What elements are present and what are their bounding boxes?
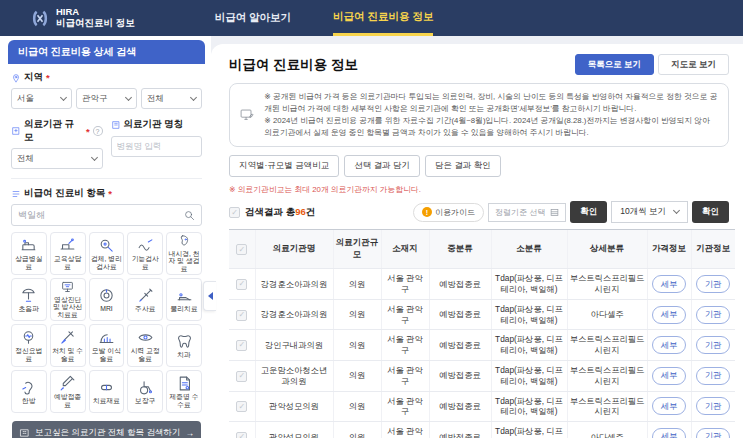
- treatment-material-icon: [98, 379, 115, 396]
- category-label: 시력 교정술료: [129, 347, 161, 363]
- org-info-button[interactable]: 기관: [696, 367, 730, 385]
- cell-price-info: 세부: [647, 269, 691, 300]
- row-checkbox[interactable]: [236, 279, 247, 290]
- item-section-label-row: 비급여 진료비 항목 *: [11, 187, 202, 200]
- cell-detail-category: 부스트릭스프리필드시린지: [567, 330, 647, 361]
- map-view-button[interactable]: 지도로 보기: [658, 54, 729, 75]
- hair-transplant-icon: [98, 329, 115, 346]
- category-item[interactable]: 교육상담료: [50, 232, 86, 275]
- injection-icon: [137, 287, 154, 304]
- category-item[interactable]: 모발 이식술료: [89, 324, 125, 367]
- col-org-size: 의료기관규모: [333, 230, 381, 269]
- results-bar: 검색결과 총96건 ! 이용가이드 정렬기준 선택 확인 1: [229, 201, 729, 223]
- nav-item-nonpayment-cost-info[interactable]: 비급여 진료비용 정보: [333, 0, 433, 36]
- category-item[interactable]: 내시경, 천자 및 생검료: [166, 232, 202, 275]
- region-label: 지역: [24, 71, 43, 84]
- row-checkbox[interactable]: [236, 432, 247, 438]
- cell-detail-category: 부스트릭스프리필드시린지: [567, 391, 647, 422]
- hospital-icon: [19, 427, 30, 438]
- physio-icon: [176, 287, 193, 304]
- row-checkbox[interactable]: [236, 401, 247, 412]
- cell-location: 서울 관악구: [381, 422, 429, 438]
- org-info-button[interactable]: 기관: [696, 275, 730, 293]
- region-gungu-select[interactable]: 관악구: [76, 88, 137, 109]
- category-item[interactable]: MRI: [89, 278, 125, 321]
- category-label: 정신요법료: [13, 347, 45, 363]
- org-info-button[interactable]: 기관: [696, 428, 730, 438]
- category-label: 초음파: [19, 305, 39, 313]
- page-size-confirm-button[interactable]: 확인: [692, 201, 729, 223]
- view-saved-results-button[interactable]: 담은 결과 확인: [425, 155, 501, 177]
- region-sido-select[interactable]: 서울: [11, 88, 72, 109]
- table-row: 강경훈소아과의원의원서울 관악구예방접종료Tdap(파상풍, 디프테리아, 백일…: [229, 269, 735, 300]
- org-size-select[interactable]: 전체: [11, 148, 103, 169]
- list-view-button[interactable]: 목록으로 보기: [575, 54, 654, 75]
- cell-org-info: 기관: [691, 422, 735, 438]
- category-item[interactable]: 주사료: [127, 278, 163, 321]
- category-item[interactable]: 초음파: [11, 278, 47, 321]
- category-item[interactable]: 영상진단 및 방사선치료료: [50, 278, 86, 321]
- category-item[interactable]: 상급병실료: [11, 232, 47, 275]
- category-item[interactable]: 치료재료: [89, 370, 125, 413]
- cell-org-info: 기관: [691, 299, 735, 330]
- category-item[interactable]: 예방접종료: [50, 370, 86, 413]
- category-item[interactable]: 검체, 병리 검사료: [89, 232, 125, 275]
- org-name-input[interactable]: [111, 136, 203, 157]
- usage-guide-button[interactable]: ! 이용가이드: [413, 203, 484, 222]
- category-item[interactable]: 한방: [11, 370, 47, 413]
- page-title: 비급여 진료비용 정보: [229, 56, 358, 74]
- category-item[interactable]: 치과: [166, 324, 202, 367]
- category-item[interactable]: 정신요법료: [11, 324, 47, 367]
- hira-logo[interactable]: HIRA 비급여진료비 정보: [30, 7, 135, 29]
- price-detail-button[interactable]: 세부: [652, 367, 686, 385]
- category-item[interactable]: 제증명 수수료: [166, 370, 202, 413]
- col-sub-category: 소분류: [491, 230, 567, 269]
- cell-mid-category: 예방접종료: [429, 299, 491, 330]
- category-item[interactable]: 시력 교정술료: [127, 324, 163, 367]
- price-detail-button[interactable]: 세부: [652, 428, 686, 438]
- price-detail-button[interactable]: 세부: [652, 336, 686, 354]
- select-all-checkbox[interactable]: [229, 207, 240, 218]
- cell-sub-category: Tdap(파상풍, 디프테리아, 백일해): [491, 422, 567, 438]
- category-label: 검체, 병리 검사료: [91, 255, 123, 271]
- add-selected-results-button[interactable]: 선택 결과 담기: [344, 155, 420, 177]
- chevron-down-icon: [60, 93, 67, 100]
- cell-org-info: 기관: [691, 330, 735, 361]
- sort-criteria-select[interactable]: 정렬기준 선택: [488, 203, 566, 222]
- item-search-input[interactable]: [18, 210, 184, 220]
- compare-by-region-size-button[interactable]: 지역별·규모별 금액비교: [229, 155, 339, 177]
- cell-mid-category: 예방접종료: [429, 422, 491, 438]
- cell-org-name: 관악성모의원: [255, 391, 333, 422]
- row-checkbox[interactable]: [236, 310, 247, 321]
- category-item[interactable]: 물리치료: [166, 278, 202, 321]
- category-item[interactable]: 보장구: [127, 370, 163, 413]
- price-detail-button[interactable]: 세부: [652, 306, 686, 324]
- building-icon: [111, 120, 121, 130]
- category-item[interactable]: 기능검사료: [127, 232, 163, 275]
- page-size-select[interactable]: 10개씩 보기: [611, 201, 688, 223]
- price-detail-button[interactable]: 세부: [652, 275, 686, 293]
- help-tooltip-icon[interactable]: ?: [93, 126, 103, 136]
- cell-mid-category: 예방접종료: [429, 361, 491, 392]
- results-prefix: 검색결과 총: [245, 206, 295, 217]
- chevron-down-icon: [673, 207, 680, 214]
- cell-price-info: 세부: [647, 299, 691, 330]
- header-checkbox[interactable]: [236, 244, 247, 255]
- region-dong-select[interactable]: 전체: [141, 88, 202, 109]
- endoscopy-icon: [176, 234, 193, 249]
- row-checkbox[interactable]: [236, 340, 247, 351]
- org-info-button[interactable]: 기관: [696, 397, 730, 415]
- org-info-button[interactable]: 기관: [696, 306, 730, 324]
- sidebar-collapse-handle[interactable]: [203, 281, 216, 311]
- category-item[interactable]: 처치 및 수술료: [50, 324, 86, 367]
- org-info-button[interactable]: 기관: [696, 336, 730, 354]
- row-checkbox[interactable]: [236, 371, 247, 382]
- category-label: 상급병실료: [13, 255, 45, 271]
- search-icon[interactable]: [184, 210, 195, 221]
- sort-confirm-button[interactable]: 확인: [570, 201, 607, 223]
- search-all-items-button[interactable]: 보고싶은 의료기관 전체 항목 검색하기 →: [12, 421, 201, 438]
- nav-item-nonpayment-learn[interactable]: 비급여 알아보기: [215, 0, 291, 36]
- price-detail-button[interactable]: 세부: [652, 397, 686, 415]
- chevron-left-icon: [208, 292, 213, 300]
- usage-guide-label: 이용가이드: [435, 207, 475, 218]
